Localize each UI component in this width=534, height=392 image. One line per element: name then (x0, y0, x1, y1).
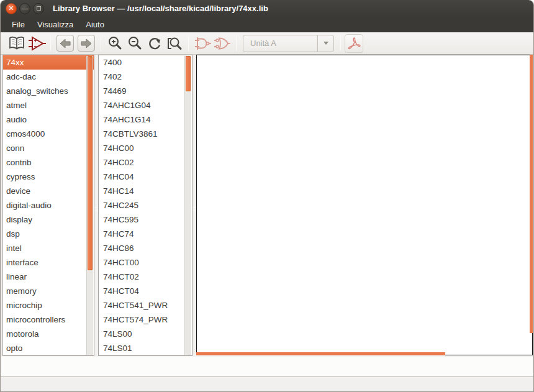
select-component-button[interactable] (27, 34, 47, 53)
component-list-item[interactable]: 74HC74 (99, 227, 192, 241)
minimize-button[interactable]: — (19, 3, 30, 14)
back-icon (59, 38, 71, 49)
library-list-item[interactable]: audio (3, 112, 94, 127)
menu-item[interactable]: Visualizza (31, 18, 79, 31)
component-list-item[interactable]: 74HC14 (99, 184, 192, 198)
library-list-item[interactable]: cypress (3, 170, 94, 184)
component-list-item[interactable]: 7402 (99, 70, 192, 84)
back-button[interactable] (57, 35, 74, 52)
menu-item[interactable]: File (6, 18, 31, 31)
library-list-item[interactable]: dsp (3, 227, 94, 241)
library-list-item[interactable]: digital-audio (3, 198, 94, 212)
library-list: 74xxadc-dacanalog_switchesatmelaudiocmos… (3, 55, 94, 355)
demorgan-standard-button[interactable] (192, 34, 212, 53)
toolbar-separator (50, 36, 51, 51)
forward-icon (80, 38, 93, 49)
component-list-item[interactable]: 74LS00 (99, 327, 192, 341)
menu-item[interactable]: Aiuto (79, 18, 111, 31)
component-list-item[interactable]: 74HCT04 (99, 284, 192, 298)
library-list-item[interactable]: motorola (3, 327, 94, 341)
select-library-button[interactable] (7, 34, 27, 53)
library-select-icon (8, 36, 25, 51)
library-list-item[interactable]: intel (3, 241, 94, 255)
pdf-datasheet-icon (346, 36, 361, 51)
component-list-item[interactable]: 74HCT541_PWR (99, 298, 192, 312)
zoom-out-button[interactable] (125, 34, 145, 53)
close-button[interactable]: ✕ (6, 3, 17, 14)
chevron-down-icon (324, 42, 328, 45)
message-panel (1, 357, 533, 377)
zoom-out-icon (127, 36, 142, 51)
component-list: 740074027446974AHC1G0474AHC1G1474CBTLV38… (99, 55, 192, 355)
component-list-item[interactable]: 74CBTLV3861 (99, 127, 192, 141)
window-controls: ✕ — (6, 3, 44, 14)
toolbar-separator (340, 36, 341, 51)
component-list-item[interactable]: 74HCT574_PWR (99, 312, 192, 327)
maximize-icon (37, 6, 41, 11)
redraw-icon (147, 36, 162, 51)
demorgan-standard-gate-icon (194, 36, 211, 51)
component-list-scrollbar[interactable] (184, 56, 191, 355)
component-list-item[interactable]: 74HC00 (99, 141, 192, 155)
library-list-scrollbar-thumb[interactable] (88, 56, 93, 270)
component-select-icon (27, 35, 46, 52)
library-list-item[interactable]: display (3, 212, 94, 227)
demorgan-alternate-gate-icon (214, 36, 231, 51)
demorgan-alternate-button[interactable] (212, 34, 232, 53)
library-list-item[interactable]: memory (3, 284, 94, 298)
forward-button[interactable] (78, 35, 95, 52)
library-list-item[interactable]: contrib (3, 155, 94, 170)
component-list-item[interactable]: 74LS01 (99, 341, 192, 355)
maximize-button[interactable] (33, 3, 44, 14)
library-list-item[interactable]: microchip (3, 298, 94, 312)
toolbar-separator (101, 36, 101, 51)
library-list-item[interactable]: atmel (3, 98, 94, 112)
component-list-item[interactable]: 74HC245 (99, 198, 192, 212)
schematic-canvas[interactable] (196, 55, 533, 355)
library-list-panel: 74xxadc-dacanalog_switchesatmelaudiocmos… (2, 55, 94, 356)
component-list-item[interactable]: 74AHC1G04 (99, 98, 192, 112)
redraw-button[interactable] (145, 34, 165, 53)
component-list-item[interactable]: 74HC86 (99, 241, 192, 255)
menubar: FileVisualizzaAiuto (1, 17, 533, 32)
toolbar-separator (188, 36, 189, 51)
unit-selector-value: Unità A (243, 39, 317, 48)
zoom-in-button[interactable] (105, 34, 125, 53)
library-list-scrollbar[interactable] (86, 56, 93, 355)
component-list-item[interactable]: 74HCT00 (99, 255, 192, 270)
component-list-item[interactable]: 74HC04 (99, 170, 192, 184)
library-list-item[interactable]: opto (3, 341, 94, 355)
component-list-item[interactable]: 74HCT02 (99, 270, 192, 284)
component-list-item[interactable]: 74469 (99, 84, 192, 98)
library-browser-window: ✕ — Library Browser — /usr/local/share/k… (0, 0, 534, 392)
library-list-item[interactable]: device (3, 184, 94, 198)
unit-selector-dropdown-button[interactable] (317, 35, 333, 52)
library-list-item[interactable]: 74xx (3, 55, 94, 70)
zoom-fit-icon (166, 36, 183, 51)
library-list-item[interactable]: cmos4000 (3, 127, 94, 141)
toolbar: Unità A (1, 32, 533, 55)
library-list-item[interactable]: adc-dac (3, 70, 94, 84)
zoom-in-icon (107, 36, 122, 51)
component-list-item[interactable]: 74HC02 (99, 155, 192, 170)
component-list-item[interactable]: 74AHC1G14 (99, 112, 192, 127)
component-list-panel: 740074027446974AHC1G0474AHC1G1474CBTLV38… (98, 55, 192, 356)
pdf-datasheet-button[interactable] (345, 34, 363, 53)
canvas-vertical-scrollbar-thumb[interactable] (530, 55, 533, 333)
main-area: 74xxadc-dacanalog_switchesatmelaudiocmos… (1, 55, 533, 356)
library-list-item[interactable]: microcontrollers (3, 312, 94, 327)
unit-selector[interactable]: Unità A (243, 35, 334, 52)
library-list-item[interactable]: analog_switches (3, 84, 94, 98)
component-list-scrollbar-thumb[interactable] (186, 56, 191, 91)
toolbar-separator (236, 36, 237, 51)
library-list-item[interactable]: linear (3, 270, 94, 284)
component-list-item[interactable]: 7400 (99, 55, 192, 70)
window-title: Library Browser — /usr/local/share/kicad… (53, 4, 268, 13)
status-bar (1, 378, 533, 392)
component-list-item[interactable]: 74HC595 (99, 212, 192, 227)
library-list-item[interactable]: conn (3, 141, 94, 155)
zoom-fit-button[interactable] (165, 34, 184, 53)
titlebar: ✕ — Library Browser — /usr/local/share/k… (1, 0, 533, 17)
library-list-item[interactable]: interface (3, 255, 94, 270)
canvas-horizontal-scrollbar-thumb[interactable] (196, 352, 445, 355)
